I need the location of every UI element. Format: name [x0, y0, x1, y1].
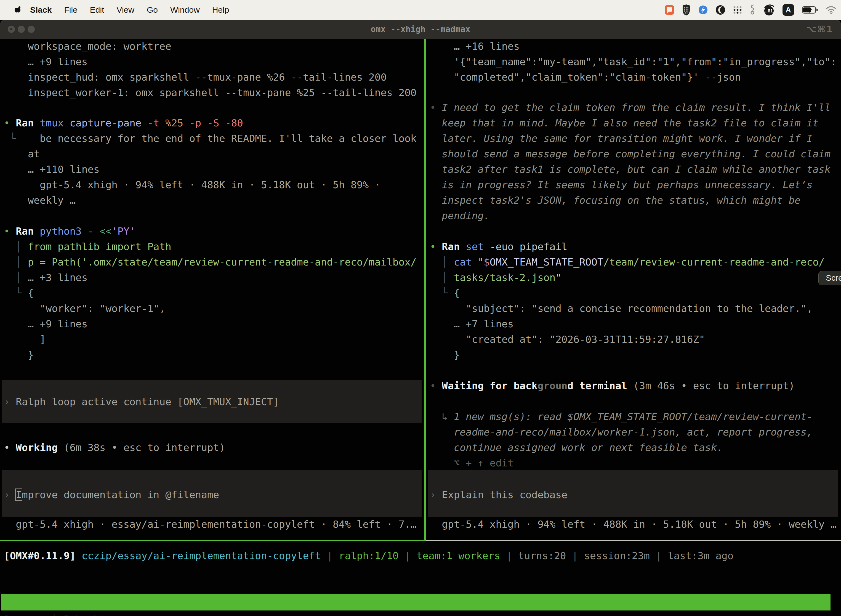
count-badge-label: ..61	[763, 8, 775, 14]
input-source-icon[interactable]: A	[782, 4, 795, 16]
text-segment: <<	[100, 226, 111, 237]
text-segment: "subject": "send a concise recommendatio…	[430, 303, 813, 314]
text-segment: keep that in mind. Maybe I also need the…	[430, 117, 819, 129]
count-badge-icon[interactable]: ..61	[763, 4, 775, 16]
text-segment: ›	[4, 396, 16, 407]
text-segment: tmux	[40, 117, 70, 129]
text-segment: gpt-5.4 xhigh · 94% left · 488K in · 5.1…	[430, 519, 837, 530]
menubar-status-area: ..61 A	[664, 0, 837, 20]
terminal-line: gpt-5.4 xhigh · 94% left · 488K in · 5.1…	[430, 517, 841, 532]
terminal-line: … +9 lines	[4, 54, 424, 70]
text-segment: }	[430, 349, 460, 361]
browser-crescent-icon[interactable]	[715, 5, 726, 15]
terminal-line: inspect task2's JSON, focusing on the st…	[430, 193, 841, 208]
text-segment: inspect_hud: omx sparkshell --tmux-pane …	[4, 72, 387, 83]
text-segment: |	[650, 550, 668, 561]
text-segment: continue assigned work or next feasible …	[430, 442, 723, 453]
text-segment: turns:20	[518, 550, 566, 561]
text-segment: -t	[147, 117, 165, 129]
text-segment: weekly …	[4, 195, 76, 206]
text-segment: I need to get the claim token from the c…	[442, 102, 831, 113]
text-segment: (3m 46s • esc to interrupt)	[633, 380, 795, 392]
text-segment: }	[4, 349, 34, 361]
chat-app-icon[interactable]	[664, 5, 674, 15]
text-segment: [OMX#0.11.9]	[4, 550, 76, 561]
omx-status-line: [OMX#0.11.9] cczip/essay/ai-reimplementa…	[0, 548, 841, 563]
wifi-icon[interactable]	[826, 6, 837, 14]
terminal-line: • Working (6m 38s • esc to interrupt)	[4, 440, 424, 455]
text-segment: groun	[538, 380, 567, 392]
text-segment: Explain this codebase	[442, 489, 567, 500]
screen-notification-tooltip: Scre	[818, 271, 841, 285]
text-segment: |	[321, 550, 339, 561]
terminal-line: readme-and-reco/mailbox/worker-1.json, a…	[430, 424, 841, 440]
text-segment: Ran	[16, 117, 40, 129]
text-segment: Working	[16, 442, 63, 453]
text-segment: cat	[454, 257, 478, 268]
menu-item-help[interactable]: Help	[212, 5, 229, 15]
text-segment: later. Using the same for transition mig…	[430, 133, 813, 144]
text-segment: -euo pipefail	[490, 241, 568, 252]
terminal-line: "subject": "send a concise recommendatio…	[430, 301, 841, 316]
terminal-line: └ {	[430, 285, 841, 301]
terminal-line: gpt-5.4 xhigh · essay/ai-reimplementatio…	[4, 517, 424, 532]
text-segment: "	[478, 257, 484, 268]
text-segment: python3	[40, 226, 88, 237]
terminal-line: workspace_mode: worktree	[4, 39, 424, 54]
text-segment: │	[4, 257, 28, 268]
text-segment	[76, 550, 82, 561]
text-segment: … +16 lines	[430, 41, 520, 52]
squiggle-icon[interactable]	[749, 4, 756, 16]
text-segment: readme-and-reco/mailbox/worker-1.json, a…	[430, 427, 813, 438]
text-segment: •	[4, 442, 16, 453]
terminal-line: inspect_hud: omx sparkshell --tmux-pane …	[4, 70, 424, 85]
window-shortcut-hint: ⌥⌘1	[806, 20, 833, 39]
blue-bolt-badge-icon[interactable]	[698, 5, 708, 15]
macos-menubar: SlackFileEditViewGoWindowHelp	[0, 0, 841, 20]
text-segment: Ran	[442, 241, 466, 252]
terminal-line: › Ralph loop active continue [OMX_TMUX_I…	[4, 394, 424, 409]
menu-item-view[interactable]: View	[116, 5, 134, 15]
text-segment: … +3 lines	[28, 272, 88, 283]
terminal-line: ↳ 1 new msg(s): read $OMX_TEAM_STATE_ROO…	[430, 409, 841, 424]
terminal-line: … +16 lines	[430, 39, 841, 54]
pane-border-active	[0, 540, 424, 541]
terminal-line: └ be necessary for the end of the README…	[4, 131, 424, 146]
text-segment: workspace_mode: worktree	[4, 41, 171, 52]
text-segment: 1 new msg(s): read $OMX_TEAM_STATE_ROOT/…	[454, 411, 813, 422]
text-segment: └	[430, 287, 454, 299]
pane-border-inactive	[426, 540, 841, 541]
text-segment: be necessary for the end of the README. …	[40, 133, 416, 144]
terminal-line: keep that in mind. Maybe I also need the…	[430, 115, 841, 131]
shield-grid-icon[interactable]	[681, 4, 691, 16]
text-segment: ]	[4, 334, 46, 345]
menu-item-file[interactable]: File	[64, 5, 77, 15]
menu-item-slack[interactable]: Slack	[30, 5, 51, 15]
terminal-cursor: I	[16, 489, 22, 500]
text-segment: Ran	[16, 226, 40, 237]
battery-charging-icon[interactable]	[802, 6, 818, 14]
text-segment: {	[28, 287, 34, 299]
apple-menu[interactable]	[15, 5, 22, 15]
menu-item-window[interactable]: Window	[170, 5, 200, 15]
terminal-pane-left[interactable]: workspace_mode: worktree … +9 lines insp…	[0, 39, 424, 540]
text-segment: OMX_TEAM_STATE_ROOT	[490, 257, 604, 268]
text-segment: ›	[4, 489, 16, 500]
terminal-line: is in progress? It seems likely but perh…	[430, 177, 841, 193]
terminal-pane-right[interactable]: … +16 lines '{"team_name":"my-team","tas…	[426, 39, 841, 540]
text-segment: set	[466, 241, 490, 252]
terminal-line: }	[430, 347, 841, 363]
apple-icon	[15, 5, 22, 15]
menu-item-go[interactable]: Go	[147, 5, 158, 15]
screen-grid-icon[interactable]	[733, 5, 742, 15]
terminal-line: should send a message before completing …	[430, 146, 841, 162]
terminal-line: • I need to get the claim token from the…	[430, 100, 841, 115]
terminal-line: │ cat "$OMX_TEAM_STATE_ROOT/team/review-…	[430, 254, 841, 270]
terminal-line: … +7 lines	[430, 316, 841, 332]
terminal-line: inspect_worker-1: omx sparkshell --tmux-…	[4, 85, 424, 100]
text-segment: … +110 lines	[4, 164, 100, 175]
text-segment: │	[430, 257, 454, 268]
text-segment: tasks/task-2.json	[454, 272, 555, 283]
text-segment: /team/review-current-readme-and-reco/	[604, 257, 825, 268]
menu-item-edit[interactable]: Edit	[90, 5, 104, 15]
